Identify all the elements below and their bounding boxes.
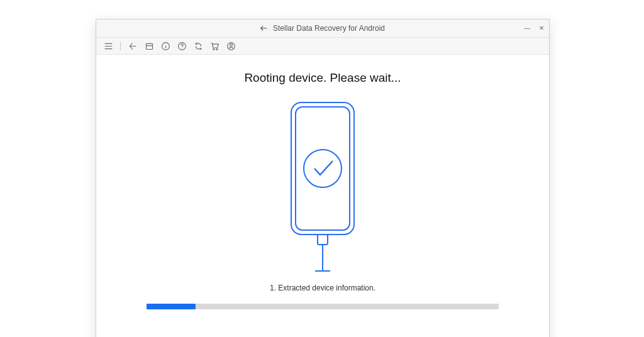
progress-fill	[147, 304, 196, 309]
svg-point-9	[304, 150, 341, 187]
menu-icon[interactable]	[103, 40, 114, 52]
minimize-button[interactable]: —	[524, 19, 530, 37]
svg-point-6	[230, 43, 232, 46]
home-icon[interactable]	[143, 40, 155, 52]
info-icon[interactable]	[160, 40, 171, 52]
progress-bar	[147, 304, 499, 309]
help-icon[interactable]	[176, 40, 187, 52]
svg-rect-7	[291, 102, 354, 235]
svg-rect-0	[146, 43, 152, 49]
svg-point-3	[213, 48, 214, 50]
svg-point-4	[216, 48, 217, 50]
cart-icon[interactable]	[209, 40, 220, 52]
device-illustration	[96, 99, 549, 275]
app-window: Stellar Data Recovery for Android — ✕	[96, 19, 550, 337]
toolbar	[96, 38, 549, 55]
status-text: 1. Extracted device information.	[96, 284, 549, 292]
window-title: Stellar Data Recovery for Android	[273, 19, 385, 37]
titlebar: Stellar Data Recovery for Android — ✕	[96, 19, 549, 38]
back-nav-icon[interactable]	[260, 25, 269, 32]
back-icon[interactable]	[127, 40, 138, 52]
refresh-icon[interactable]	[192, 40, 204, 52]
user-icon[interactable]	[225, 40, 236, 52]
page-title: Rooting device. Please wait...	[96, 71, 549, 85]
svg-rect-10	[318, 235, 328, 245]
close-button[interactable]: ✕	[539, 19, 544, 37]
separator	[120, 41, 121, 50]
main-content: Rooting device. Please wait... 1. Extrac…	[96, 71, 549, 337]
